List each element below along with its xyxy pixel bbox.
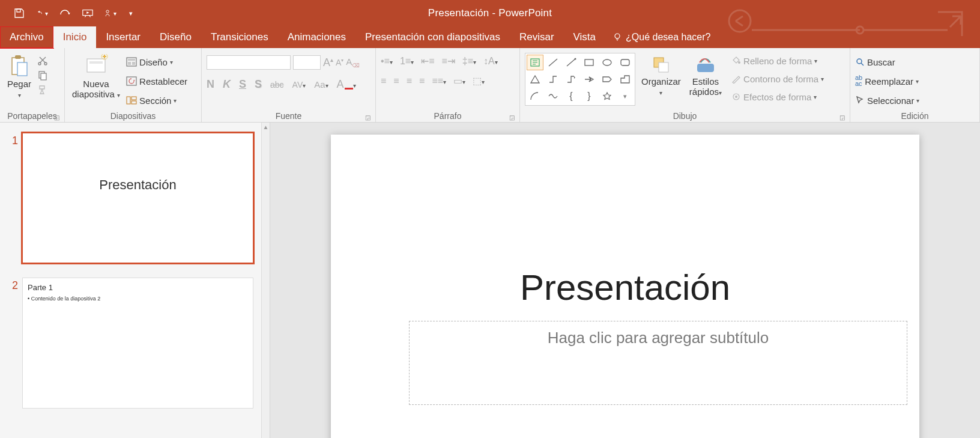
shapes-more-icon[interactable]: ▾ [617,88,634,104]
find-button[interactable]: Buscar [855,54,919,70]
justify-icon[interactable]: ≡ [419,76,425,87]
slide-subtitle-placeholder[interactable]: Haga clic para agregar subtítulo [409,321,907,405]
char-spacing-button[interactable]: AV▾ [292,80,306,90]
bold-button[interactable]: N [207,78,214,91]
tab-file[interactable]: Archivo [0,26,53,48]
group-editing: Buscar abacReemplazar▾ Seleccionar▾ Edic… [850,48,980,122]
shape-rbrace-icon[interactable]: } [581,88,597,104]
section-button[interactable]: Sección▾ [126,93,187,108]
shape-roundrect-icon[interactable] [617,55,634,70]
format-painter-icon[interactable] [37,84,48,95]
svg-rect-12 [41,73,46,80]
svg-rect-21 [127,97,130,104]
align-center-icon[interactable]: ≡ [393,76,399,87]
reset-button[interactable]: Restablecer [126,73,187,89]
svg-point-10 [44,62,47,65]
redo-icon[interactable] [59,7,71,19]
shape-lbrace-icon[interactable]: { [563,88,579,104]
scroll-up-icon[interactable]: ▲ [262,124,270,130]
tab-home[interactable]: Inicio [53,26,97,48]
shrink-font-icon[interactable]: A▾ [336,58,343,67]
shape-corner-icon[interactable] [617,71,634,87]
shape-arc-icon[interactable] [527,88,543,104]
numbering-icon[interactable]: 1≡▾ [400,56,414,67]
bullets-icon[interactable]: •≡▾ [381,56,393,67]
slideshow-icon[interactable] [82,7,94,19]
layout-button[interactable]: Diseño▾ [126,54,187,70]
text-direction-icon[interactable]: ↕A▾ [483,56,498,67]
align-right-icon[interactable]: ≡ [407,76,412,87]
shape-elbow-arrow-icon[interactable] [563,71,579,87]
slide-title-placeholder[interactable]: Presentación [331,267,919,308]
drawing-launcher-icon[interactable]: ◲ [839,114,845,121]
select-label: Seleccionar [867,96,914,106]
shape-arrow-icon[interactable] [581,71,597,87]
app-title: Presentación - PowerPoint [428,7,552,19]
thumbnail-slide-1[interactable]: 1 Presentación [7,133,253,263]
dec-indent-icon[interactable]: ⇤≡ [421,55,434,67]
shape-pentagon-icon[interactable] [599,71,616,87]
shapes-gallery[interactable]: { } ▾ [525,53,635,106]
undo-icon[interactable]: ▾ [36,7,48,19]
save-icon[interactable] [13,7,25,19]
tab-view[interactable]: Vista [564,26,606,48]
shape-outline-button[interactable]: Contorno de forma▾ [731,71,824,87]
layout-label: Diseño [139,57,168,67]
new-slide-button[interactable]: Nueva diapositiva ▾ [70,53,122,100]
thumbnail-card[interactable]: Parte 1 • Contenido de la diapositiva 2 [23,278,253,407]
align-text-icon[interactable]: ▭▾ [453,75,465,87]
thumbnail-slide-2[interactable]: 2 Parte 1 • Contenido de la diapositiva … [7,278,253,407]
columns-icon[interactable]: ≡≡▾ [432,76,446,87]
tab-insert[interactable]: Insertar [96,26,150,48]
line-spacing-icon[interactable]: ‡≡▾ [462,56,476,67]
tab-review[interactable]: Revisar [510,26,564,48]
shape-star-icon[interactable] [599,88,616,104]
italic-button[interactable]: K [223,78,231,91]
replace-button[interactable]: abacReemplazar▾ [855,73,919,89]
qat-customize-icon[interactable]: ▾ [127,7,135,19]
font-color-button[interactable]: A▾ [337,78,356,91]
slide-canvas[interactable]: Presentación Haga clic para agregar subt… [331,135,919,438]
thumbnail-card[interactable]: Presentación [23,133,253,263]
quick-styles-button[interactable]: Estilos rápidos▾ [687,53,724,98]
shadow-button[interactable]: S [255,78,262,91]
align-left-icon[interactable]: ≡ [381,76,386,87]
cut-icon[interactable] [37,55,48,66]
tab-animations[interactable]: Animaciones [278,26,355,48]
svg-rect-23 [132,101,136,104]
paragraph-launcher-icon[interactable]: ◲ [509,114,515,121]
smartart-icon[interactable]: ⬚▾ [473,75,485,87]
tab-slideshow[interactable]: Presentación con diapositivas [355,26,510,48]
inc-indent-icon[interactable]: ≡⇥ [442,55,455,67]
shape-textbox-icon[interactable] [527,55,543,70]
shape-effects-button[interactable]: Efectos de forma▾ [731,89,824,105]
shape-wave-icon[interactable] [545,88,561,104]
shape-rect-icon[interactable] [581,55,597,70]
change-case-button[interactable]: Aa▾ [314,79,328,90]
shape-fill-button[interactable]: Relleno de forma▾ [731,53,824,68]
select-button[interactable]: Seleccionar▾ [855,93,919,108]
font-launcher-icon[interactable]: ◲ [365,114,371,121]
shape-elbow-icon[interactable] [545,71,561,87]
clipboard-launcher-icon[interactable]: ◲ [54,114,59,121]
svg-rect-17 [128,59,135,61]
font-name-combo[interactable] [207,55,291,70]
thumbnails-scrollbar[interactable]: ▲ [261,123,270,438]
new-slide-label: Nueva diapositiva [72,79,115,99]
tab-design[interactable]: Diseño [150,26,201,48]
underline-button[interactable]: S [239,78,246,91]
arrange-button[interactable]: Organizar▾ [639,53,683,98]
paste-button[interactable]: Pegar▾ [5,53,34,100]
shape-line-icon[interactable] [545,55,561,70]
shape-triangle-icon[interactable] [527,71,543,87]
grow-font-icon[interactable]: A▴ [323,56,333,69]
shape-oval-icon[interactable] [599,55,616,70]
touch-mode-icon[interactable]: ▾ [104,7,116,19]
clear-format-icon[interactable]: A⌫ [346,56,360,68]
strike-button[interactable]: abc [270,80,284,90]
tab-transitions[interactable]: Transiciones [201,26,278,48]
shape-line2-icon[interactable] [563,55,579,70]
group-slides: Nueva diapositiva ▾ Diseño▾ Restablecer … [65,48,202,122]
font-size-combo[interactable] [293,55,321,70]
copy-icon[interactable] [37,70,48,81]
